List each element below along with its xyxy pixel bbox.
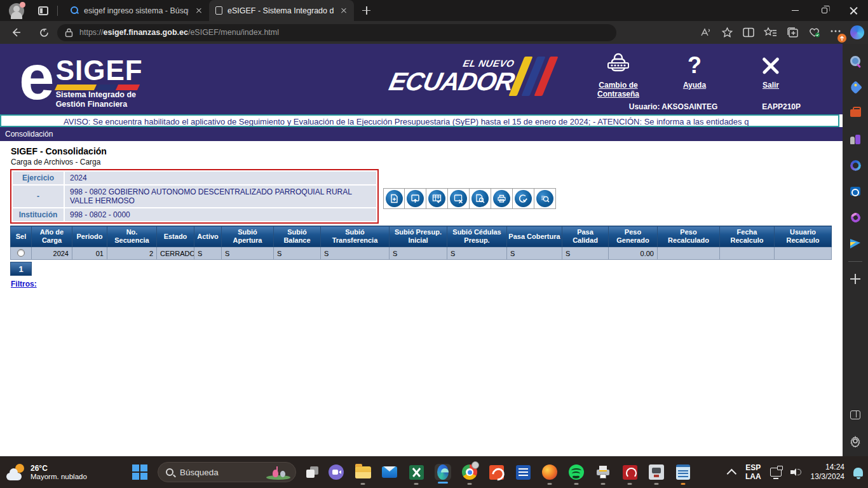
change-password-button[interactable]: Cambio de Contraseña	[591, 50, 646, 98]
workspaces-icon[interactable]	[38, 6, 48, 15]
sidebar-shopping-icon[interactable]	[846, 78, 864, 96]
cell-peso-generado: 0.00	[609, 247, 658, 260]
esigef-logo: e SIGEF Sistema Integrado de Gestión Fin…	[19, 49, 143, 109]
institucion-label: Institución	[13, 208, 64, 221]
exit-button[interactable]: Salir	[743, 50, 798, 98]
printer-app-icon[interactable]	[595, 464, 611, 480]
refresh-button[interactable]	[34, 23, 53, 42]
help-button[interactable]: ? Ayuda	[667, 50, 722, 98]
up-arrow-icon	[839, 36, 844, 41]
cell-usuario-recalculo	[775, 247, 832, 260]
sidebar-panel-icon[interactable]	[846, 406, 864, 424]
delete-record-button[interactable]	[448, 188, 470, 209]
edge-icon[interactable]	[435, 464, 451, 480]
cell-pasa-cobertura: S	[507, 247, 562, 260]
automation-app-icon[interactable]	[648, 464, 665, 480]
logo-flag-stripe	[55, 85, 140, 90]
favorite-star-icon[interactable]	[721, 27, 733, 38]
browser-navbar: https://esigef.finanzas.gob.ec/eSIGEF/me…	[0, 21, 868, 44]
close-button[interactable]	[839, 0, 868, 21]
network-icon[interactable]	[770, 468, 782, 477]
sidebar-divider	[848, 261, 862, 262]
sidebar-search-icon[interactable]	[846, 52, 864, 70]
brand-ecuador: ECUADOR	[387, 69, 513, 94]
search-records-button[interactable]	[534, 188, 556, 209]
sidebar-games-icon[interactable]	[846, 130, 864, 148]
start-button[interactable]	[132, 464, 147, 480]
sidebar-microsoft365-icon[interactable]	[846, 156, 864, 174]
tab-esigef-app[interactable]: eSIGEF - Sistema Integrado de G	[209, 0, 354, 21]
spotify-icon[interactable]	[568, 464, 585, 480]
weather-widget[interactable]: 26°C Mayorm. nublado	[6, 464, 102, 480]
favorites-list-icon[interactable]	[764, 27, 777, 38]
magnifier-icon	[540, 194, 550, 203]
chrome-icon[interactable]	[461, 464, 478, 480]
row-select-cell	[11, 247, 32, 260]
sidebar-drop-icon[interactable]	[846, 208, 864, 226]
weather-icon	[6, 464, 25, 480]
search-placeholder: Búsqueda	[180, 468, 265, 477]
language-indicator[interactable]: ESP LAA	[745, 463, 761, 481]
disk-x-icon	[454, 194, 463, 203]
taskbar: 26°C Mayorm. nublado Búsqueda	[0, 456, 868, 488]
change-password-label: Cambio de Contraseña	[591, 81, 646, 98]
foxit-pdf-icon[interactable]	[488, 464, 505, 480]
tab-close-icon[interactable]	[194, 6, 204, 16]
firefox-icon[interactable]	[541, 464, 558, 480]
browser-essentials-icon[interactable]	[808, 27, 821, 38]
sidebar-add-icon[interactable]	[846, 270, 864, 288]
logo-sigef-text: SIGEF	[56, 58, 143, 83]
document-favicon-icon	[215, 6, 222, 15]
notifications-bell-icon[interactable]	[853, 468, 863, 477]
help-icon: ?	[688, 52, 702, 79]
mail-icon[interactable]	[381, 464, 398, 480]
cell-pasa-calidad: S	[562, 247, 609, 260]
tab-title: esigef ingreso sistema - Búsqued	[84, 6, 189, 15]
upload-file-button[interactable]	[405, 188, 426, 209]
word-icon[interactable]	[515, 464, 531, 480]
validate-button[interactable]	[426, 188, 448, 209]
notepad-icon[interactable]	[675, 464, 691, 480]
clock[interactable]: 14:24 13/3/2024	[811, 463, 844, 482]
page-title: SIGEF - Consolidación	[11, 146, 107, 156]
settings-menu-button[interactable]	[830, 26, 841, 39]
menu-bar: Consolidación	[0, 127, 843, 141]
back-button[interactable]	[6, 23, 25, 42]
sidebar-settings-gear-icon[interactable]	[846, 432, 864, 450]
c-check-icon	[519, 194, 528, 203]
preview-detail-button[interactable]	[470, 188, 491, 209]
excel-icon[interactable]	[408, 464, 424, 480]
acrobat-icon[interactable]	[621, 464, 638, 480]
sidebar-outlook-icon[interactable]	[846, 182, 864, 200]
page-number-button[interactable]: 1	[10, 262, 32, 276]
minimize-button[interactable]	[780, 0, 810, 21]
approve-button[interactable]	[513, 188, 534, 209]
task-view-button[interactable]	[306, 466, 319, 478]
restore-button[interactable]	[810, 0, 839, 21]
create-record-button[interactable]	[383, 188, 405, 209]
split-screen-icon[interactable]	[742, 27, 755, 38]
teams-chat-icon[interactable]	[328, 464, 344, 480]
file-explorer-icon[interactable]	[355, 464, 371, 480]
sidebar-send-icon[interactable]	[846, 234, 864, 252]
copilot-icon[interactable]	[850, 25, 864, 39]
tray-expand-chevron-icon[interactable]	[727, 468, 737, 478]
exit-x-icon	[761, 56, 780, 75]
profile-avatar[interactable]	[9, 3, 24, 18]
refresh-icon	[39, 27, 50, 38]
sidebar-tools-icon[interactable]	[846, 104, 864, 122]
tab-close-icon[interactable]	[339, 6, 349, 16]
volume-icon[interactable]	[790, 468, 802, 477]
tab-esigef-search[interactable]: esigef ingreso sistema - Búsqued	[64, 0, 209, 21]
context-form: Ejercicio 2024 - 998 - 0802 GOBIERNO AUT…	[10, 169, 379, 224]
menu-item-consolidacion[interactable]: Consolidación	[5, 130, 53, 139]
read-aloud-icon[interactable]	[700, 27, 712, 38]
printer-icon	[497, 194, 506, 203]
collections-icon[interactable]	[786, 27, 799, 38]
print-button[interactable]	[491, 188, 513, 209]
address-bar[interactable]: https://esigef.finanzas.gob.ec/eSIGEF/me…	[57, 24, 616, 41]
taskbar-search[interactable]: Búsqueda	[158, 462, 296, 482]
row-select-radio[interactable]	[17, 249, 25, 257]
new-tab-button[interactable]	[359, 3, 374, 18]
filters-link[interactable]: Filtros:	[11, 280, 37, 288]
